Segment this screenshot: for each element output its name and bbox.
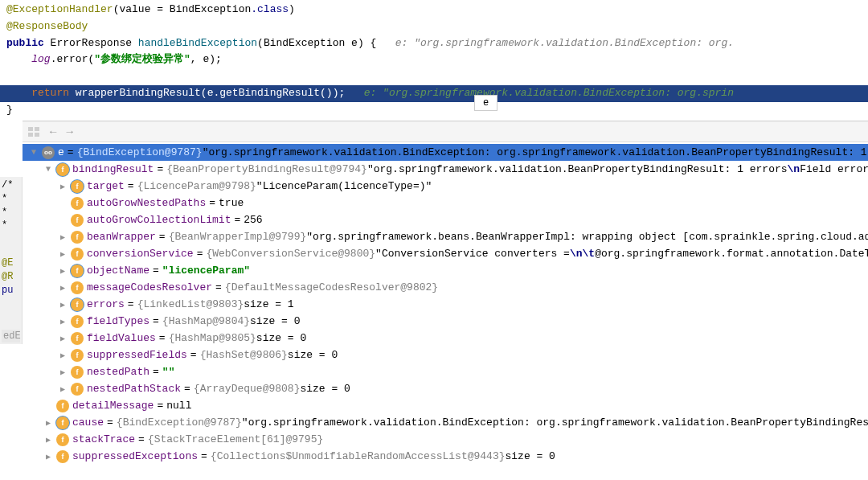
code-line[interactable]: } bbox=[6, 102, 862, 119]
code-line[interactable]: @ExceptionHandler(value = BindException.… bbox=[6, 2, 862, 18]
variable-tooltip: e bbox=[474, 95, 497, 111]
code-editor[interactable]: @ExceptionHandler(value = BindException.… bbox=[0, 0, 868, 121]
code-line[interactable]: public ErrorResponse handleBindException… bbox=[6, 35, 862, 52]
code-line bbox=[6, 68, 862, 85]
annotation: @ExceptionHandler bbox=[6, 3, 113, 15]
code-line[interactable]: @ResponseBody bbox=[6, 18, 862, 35]
breakpoint-line[interactable]: return wrapperBindingResult(e.getBinding… bbox=[0, 85, 868, 102]
code-line[interactable]: log.error("参数绑定校验异常", e); bbox=[6, 51, 862, 68]
